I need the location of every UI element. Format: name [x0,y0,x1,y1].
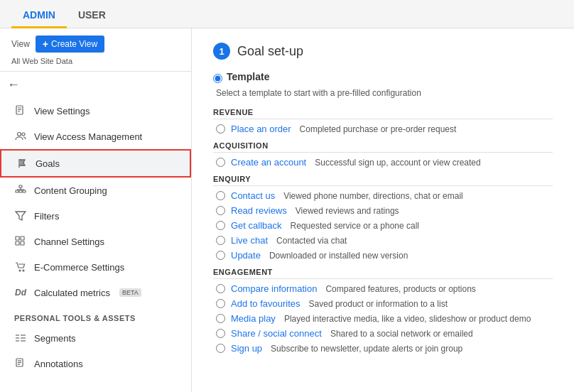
share-social-name: Share / social connect [231,328,322,339]
goal-media-play: Media play Played interactive media, lik… [213,313,553,324]
goal-get-callback: Get callback Requested service or a phon… [213,220,553,231]
svg-rect-16 [16,236,19,240]
sign-up-name: Sign up [231,343,262,354]
main-layout: View + Create View All Web Site Data ← V… [0,28,574,392]
sidebar-item-calculated-metrics[interactable]: Dd Calculated metrics BETA [0,280,191,305]
svg-marker-15 [16,212,26,220]
notes-icon [14,357,27,370]
tab-admin[interactable]: ADMIN [11,4,67,28]
engagement-section-label: ENGAGEMENT [213,268,553,279]
contact-us-radio[interactable] [216,191,225,200]
acquisition-section-label: ACQUISITION [213,141,553,153]
filter-icon [14,209,27,222]
sidebar-item-view-access-management[interactable]: View Access Management [0,124,191,149]
media-play-desc: Played interactive media, like a video, … [284,314,531,324]
sitemap-icon [14,184,27,197]
add-to-favourites-desc: Saved product or information to a list [309,299,448,309]
update-name: Update [231,250,261,261]
cart-icon [14,261,27,273]
svg-point-20 [19,270,21,271]
svg-rect-9 [19,190,22,192]
share-social-radio[interactable] [216,329,225,338]
add-to-favourites-radio[interactable] [216,299,225,308]
get-callback-name: Get callback [231,220,282,231]
grid-icon [14,235,27,248]
create-view-label: Create View [51,39,97,49]
sidebar-label-filters: Filters [34,211,59,222]
read-reviews-radio[interactable] [216,206,225,215]
view-label: View [11,39,30,49]
plus-icon: + [43,38,48,50]
goal-contact-us: Contact us Viewed phone number, directio… [213,190,553,201]
goal-read-reviews: Read reviews Viewed reviews and ratings [213,205,553,216]
contact-us-desc: Viewed phone number, directions, chat or… [283,191,463,201]
personal-section-header: PERSONAL TOOLS & ASSETS [0,305,191,325]
svg-rect-17 [21,236,24,240]
sidebar-label-segments: Segments [34,333,76,344]
get-callback-desc: Requested service or a phone call [291,221,419,231]
sidebar-label-view-settings: View Settings [34,106,90,116]
sign-up-desc: Subscribe to newsletter, update alerts o… [271,344,462,354]
update-desc: Downloaded or installed new version [269,251,408,261]
revenue-section-label: REVENUE [213,108,553,119]
sidebar-item-content-grouping[interactable]: Content Grouping [0,178,191,203]
media-play-radio[interactable] [216,314,225,323]
compare-information-name: Compare information [231,283,317,294]
sign-up-radio[interactable] [216,344,225,353]
share-social-desc: Shared to a social network or emailed [330,329,473,339]
sidebar-item-segments[interactable]: Segments [0,325,191,351]
sidebar-item-ecommerce-settings[interactable]: E-Commerce Settings [0,254,191,280]
sidebar-view-row: View + Create View [0,28,191,57]
compare-information-radio[interactable] [216,284,225,293]
content-area: 1 Goal set-up Template Select a template… [192,28,574,392]
create-view-button[interactable]: + Create View [36,36,104,53]
svg-rect-18 [16,241,19,245]
template-radio-row: Template [213,71,553,85]
create-an-account-desc: Successful sign up, account or view crea… [315,158,480,168]
tab-user[interactable]: USER [67,4,117,28]
sidebar-item-filters[interactable]: Filters [0,203,191,229]
goal-update: Update Downloaded or installed new versi… [213,250,553,261]
svg-rect-19 [21,241,24,245]
read-reviews-name: Read reviews [231,205,287,216]
sidebar-label-calculated-metrics: Calculated metrics [34,288,110,298]
compare-information-desc: Compared features, products or options [325,284,475,294]
get-callback-radio[interactable] [216,221,225,230]
goal-place-an-order: Place an order Completed purchase or pre… [213,124,553,134]
beta-badge: BETA [119,288,141,297]
sidebar-label-goals: Goals [36,158,60,169]
goal-setup-title: 1 Goal set-up [213,43,553,60]
svg-point-4 [18,133,21,136]
sidebar-item-view-settings[interactable]: View Settings [0,98,191,124]
sidebar-label-channel-settings: Channel Settings [34,236,104,247]
goal-setup-heading: Goal set-up [237,44,303,59]
people-icon [14,130,27,143]
sidebar-item-annotations[interactable]: Annotations [0,351,191,376]
svg-rect-8 [16,190,18,192]
goal-compare-information: Compare information Compared features, p… [213,283,553,294]
update-radio[interactable] [216,251,225,260]
sidebar-item-goals[interactable]: Goals [0,149,191,178]
goal-sign-up: Sign up Subscribe to newsletter, update … [213,343,553,354]
read-reviews-desc: Viewed reviews and ratings [296,206,399,216]
live-chat-desc: Contacted via chat [276,236,347,246]
back-arrow-button[interactable]: ← [0,72,191,98]
svg-point-21 [23,270,24,271]
place-an-order-desc: Completed purchase or pre-order request [300,124,457,134]
live-chat-name: Live chat [231,235,268,246]
live-chat-radio[interactable] [216,236,225,245]
template-radio[interactable] [213,74,222,83]
create-an-account-radio[interactable] [216,158,225,167]
sidebar-label-ecommerce-settings: E-Commerce Settings [34,262,124,273]
segments-icon [14,332,27,344]
enquiry-section-label: ENQUIRY [213,175,553,186]
svg-rect-10 [23,190,26,192]
svg-rect-7 [19,185,22,187]
step-circle: 1 [213,43,230,60]
sidebar-item-channel-settings[interactable]: Channel Settings [0,229,191,254]
create-an-account-name: Create an account [231,157,306,168]
contact-us-name: Contact us [231,190,275,201]
place-an-order-radio[interactable] [216,124,225,134]
flag-icon [16,157,28,170]
add-to-favourites-name: Add to favourites [231,298,300,309]
